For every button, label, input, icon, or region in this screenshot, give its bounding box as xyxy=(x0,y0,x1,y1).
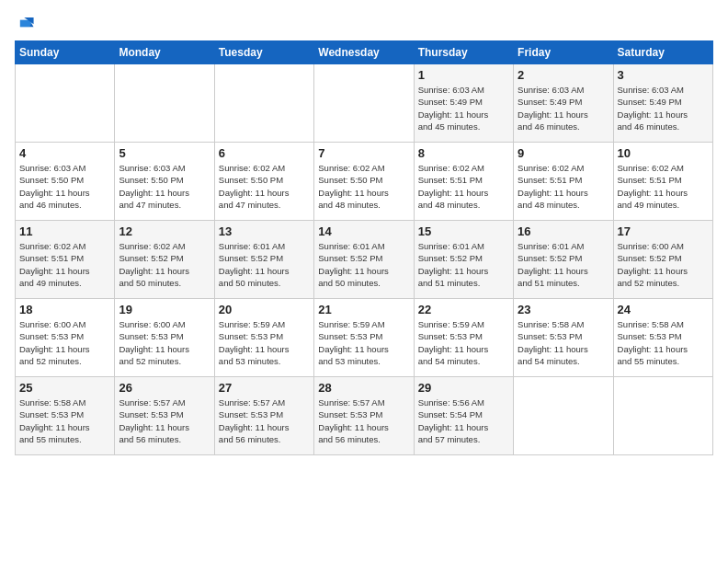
weekday-row: SundayMondayTuesdayWednesdayThursdayFrid… xyxy=(16,41,713,64)
calendar-cell: 14Sunrise: 6:01 AM Sunset: 5:52 PM Dayli… xyxy=(314,221,414,299)
calendar-cell: 29Sunrise: 5:56 AM Sunset: 5:54 PM Dayli… xyxy=(414,377,513,455)
day-info: Sunrise: 6:00 AM Sunset: 5:53 PM Dayligh… xyxy=(119,318,210,367)
day-info: Sunrise: 6:03 AM Sunset: 5:50 PM Dayligh… xyxy=(119,162,210,211)
calendar-cell: 2Sunrise: 6:03 AM Sunset: 5:49 PM Daylig… xyxy=(514,64,613,143)
day-info: Sunrise: 5:57 AM Sunset: 5:53 PM Dayligh… xyxy=(219,396,310,445)
logo-icon xyxy=(15,15,35,35)
day-info: Sunrise: 5:59 AM Sunset: 5:53 PM Dayligh… xyxy=(219,318,310,367)
calendar-header: SundayMondayTuesdayWednesdayThursdayFrid… xyxy=(16,41,713,64)
weekday-header: Tuesday xyxy=(214,41,313,64)
day-number: 29 xyxy=(418,381,509,395)
day-number: 4 xyxy=(19,146,110,160)
day-info: Sunrise: 6:03 AM Sunset: 5:50 PM Dayligh… xyxy=(19,162,110,211)
calendar-cell: 21Sunrise: 5:59 AM Sunset: 5:53 PM Dayli… xyxy=(314,299,414,377)
calendar-cell: 1Sunrise: 6:03 AM Sunset: 5:49 PM Daylig… xyxy=(414,64,513,143)
calendar-cell: 22Sunrise: 5:59 AM Sunset: 5:53 PM Dayli… xyxy=(414,299,513,377)
calendar-cell xyxy=(16,64,115,143)
day-info: Sunrise: 5:57 AM Sunset: 5:53 PM Dayligh… xyxy=(318,396,409,445)
day-info: Sunrise: 6:01 AM Sunset: 5:52 PM Dayligh… xyxy=(418,240,509,289)
calendar-cell: 25Sunrise: 5:58 AM Sunset: 5:53 PM Dayli… xyxy=(16,377,115,455)
day-info: Sunrise: 6:03 AM Sunset: 5:49 PM Dayligh… xyxy=(418,84,509,132)
day-info: Sunrise: 6:02 AM Sunset: 5:51 PM Dayligh… xyxy=(518,162,609,211)
calendar-cell xyxy=(514,377,613,455)
weekday-header: Saturday xyxy=(613,41,712,64)
day-info: Sunrise: 6:01 AM Sunset: 5:52 PM Dayligh… xyxy=(219,240,310,289)
day-number: 1 xyxy=(418,68,509,82)
day-info: Sunrise: 5:58 AM Sunset: 5:53 PM Dayligh… xyxy=(518,318,609,367)
calendar-cell: 26Sunrise: 5:57 AM Sunset: 5:53 PM Dayli… xyxy=(115,377,214,455)
day-number: 17 xyxy=(618,224,709,238)
calendar-cell: 19Sunrise: 6:00 AM Sunset: 5:53 PM Dayli… xyxy=(115,299,214,377)
day-number: 21 xyxy=(318,303,409,316)
day-info: Sunrise: 6:00 AM Sunset: 5:53 PM Dayligh… xyxy=(19,318,110,367)
day-number: 9 xyxy=(518,146,609,160)
calendar-cell: 18Sunrise: 6:00 AM Sunset: 5:53 PM Dayli… xyxy=(16,299,115,377)
calendar-cell: 28Sunrise: 5:57 AM Sunset: 5:53 PM Dayli… xyxy=(314,377,414,455)
day-number: 14 xyxy=(318,224,409,238)
calendar: SundayMondayTuesdayWednesdayThursdayFrid… xyxy=(15,40,713,455)
day-number: 11 xyxy=(19,224,110,238)
calendar-cell: 15Sunrise: 6:01 AM Sunset: 5:52 PM Dayli… xyxy=(414,221,513,299)
day-info: Sunrise: 6:00 AM Sunset: 5:52 PM Dayligh… xyxy=(618,240,709,289)
day-info: Sunrise: 5:59 AM Sunset: 5:53 PM Dayligh… xyxy=(418,318,509,367)
day-number: 3 xyxy=(618,68,709,82)
calendar-cell: 17Sunrise: 6:00 AM Sunset: 5:52 PM Dayli… xyxy=(613,221,712,299)
day-info: Sunrise: 6:02 AM Sunset: 5:51 PM Dayligh… xyxy=(618,162,709,211)
day-number: 6 xyxy=(219,146,310,160)
calendar-cell: 9Sunrise: 6:02 AM Sunset: 5:51 PM Daylig… xyxy=(514,143,613,221)
day-info: Sunrise: 6:01 AM Sunset: 5:52 PM Dayligh… xyxy=(318,240,409,289)
day-number: 26 xyxy=(119,381,210,395)
calendar-cell xyxy=(314,64,414,143)
weekday-header: Monday xyxy=(115,41,214,64)
calendar-cell: 10Sunrise: 6:02 AM Sunset: 5:51 PM Dayli… xyxy=(613,143,712,221)
day-info: Sunrise: 6:02 AM Sunset: 5:50 PM Dayligh… xyxy=(318,162,409,211)
day-info: Sunrise: 5:58 AM Sunset: 5:53 PM Dayligh… xyxy=(618,318,709,367)
day-number: 7 xyxy=(318,146,409,160)
calendar-cell: 20Sunrise: 5:59 AM Sunset: 5:53 PM Dayli… xyxy=(214,299,313,377)
day-info: Sunrise: 6:03 AM Sunset: 5:49 PM Dayligh… xyxy=(618,84,709,132)
day-number: 16 xyxy=(518,224,609,238)
day-number: 10 xyxy=(618,146,709,160)
day-number: 2 xyxy=(518,68,609,82)
calendar-cell: 3Sunrise: 6:03 AM Sunset: 5:49 PM Daylig… xyxy=(613,64,712,143)
day-info: Sunrise: 5:59 AM Sunset: 5:53 PM Dayligh… xyxy=(318,318,409,367)
day-number: 15 xyxy=(418,224,509,238)
day-number: 22 xyxy=(418,303,509,316)
calendar-week-row: 25Sunrise: 5:58 AM Sunset: 5:53 PM Dayli… xyxy=(16,377,713,455)
day-number: 23 xyxy=(518,303,609,316)
day-number: 12 xyxy=(119,224,210,238)
day-info: Sunrise: 6:02 AM Sunset: 5:52 PM Dayligh… xyxy=(119,240,210,289)
weekday-header: Sunday xyxy=(16,41,115,64)
day-number: 25 xyxy=(19,381,110,395)
day-number: 20 xyxy=(219,303,310,316)
logo xyxy=(15,15,39,35)
day-number: 13 xyxy=(219,224,310,238)
calendar-week-row: 1Sunrise: 6:03 AM Sunset: 5:49 PM Daylig… xyxy=(16,64,713,143)
day-number: 18 xyxy=(19,303,110,316)
day-number: 24 xyxy=(618,303,709,316)
weekday-header: Wednesday xyxy=(314,41,414,64)
weekday-header: Friday xyxy=(514,41,613,64)
calendar-cell: 16Sunrise: 6:01 AM Sunset: 5:52 PM Dayli… xyxy=(514,221,613,299)
day-number: 19 xyxy=(119,303,210,316)
day-info: Sunrise: 6:03 AM Sunset: 5:49 PM Dayligh… xyxy=(518,84,609,132)
calendar-cell: 27Sunrise: 5:57 AM Sunset: 5:53 PM Dayli… xyxy=(214,377,313,455)
calendar-cell: 23Sunrise: 5:58 AM Sunset: 5:53 PM Dayli… xyxy=(514,299,613,377)
day-info: Sunrise: 5:57 AM Sunset: 5:53 PM Dayligh… xyxy=(119,396,210,445)
day-info: Sunrise: 6:01 AM Sunset: 5:52 PM Dayligh… xyxy=(518,240,609,289)
day-info: Sunrise: 6:02 AM Sunset: 5:51 PM Dayligh… xyxy=(19,240,110,289)
calendar-week-row: 18Sunrise: 6:00 AM Sunset: 5:53 PM Dayli… xyxy=(16,299,713,377)
calendar-cell xyxy=(613,377,712,455)
calendar-cell: 24Sunrise: 5:58 AM Sunset: 5:53 PM Dayli… xyxy=(613,299,712,377)
day-number: 5 xyxy=(119,146,210,160)
calendar-week-row: 11Sunrise: 6:02 AM Sunset: 5:51 PM Dayli… xyxy=(16,221,713,299)
day-number: 8 xyxy=(418,146,509,160)
calendar-cell: 8Sunrise: 6:02 AM Sunset: 5:51 PM Daylig… xyxy=(414,143,513,221)
calendar-cell: 12Sunrise: 6:02 AM Sunset: 5:52 PM Dayli… xyxy=(115,221,214,299)
day-number: 28 xyxy=(318,381,409,395)
calendar-week-row: 4Sunrise: 6:03 AM Sunset: 5:50 PM Daylig… xyxy=(16,143,713,221)
day-info: Sunrise: 6:02 AM Sunset: 5:50 PM Dayligh… xyxy=(219,162,310,211)
calendar-cell xyxy=(214,64,313,143)
calendar-cell: 13Sunrise: 6:01 AM Sunset: 5:52 PM Dayli… xyxy=(214,221,313,299)
calendar-cell: 4Sunrise: 6:03 AM Sunset: 5:50 PM Daylig… xyxy=(16,143,115,221)
